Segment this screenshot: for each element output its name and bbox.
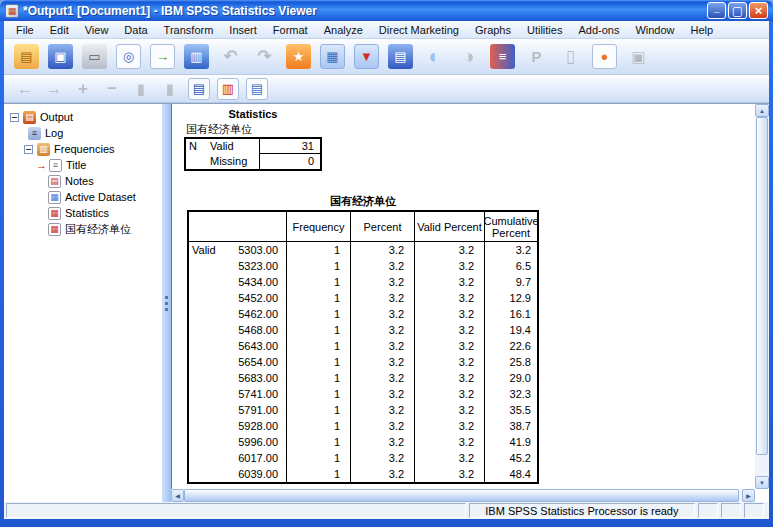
table-row: 5323.00 1 3.2 3.2 6.5 — [189, 258, 537, 274]
open-file-icon[interactable] — [14, 44, 39, 69]
table-row: Missing 0 — [186, 154, 320, 169]
valid-percent-cell: 3.2 — [415, 274, 485, 290]
outline-item-label: Frequencies — [54, 143, 115, 155]
row-group-label — [189, 466, 223, 482]
pivot-icon[interactable] — [524, 44, 549, 69]
percent-cell: 3.2 — [351, 290, 415, 306]
statistics-table[interactable]: N Valid 31 Missing 0 — [184, 137, 322, 171]
frequency-table[interactable]: Frequency Percent Valid Percent Cumulati… — [187, 210, 539, 484]
outline-toolbar — [4, 75, 769, 103]
valid-percent-cell: 3.2 — [415, 258, 485, 274]
menu-item[interactable]: Edit — [42, 23, 77, 37]
pane-splitter[interactable] — [162, 104, 171, 502]
horizontal-scrollbar[interactable] — [171, 489, 755, 502]
goto-case-icon[interactable] — [320, 44, 345, 69]
menu-item[interactable]: Insert — [221, 23, 265, 37]
outline-item-log[interactable]: Log — [28, 125, 162, 141]
valid-percent-cell: 3.2 — [415, 306, 485, 322]
show-hide-output-icon[interactable] — [188, 78, 210, 100]
header-blank-cell — [189, 212, 287, 241]
redo-icon[interactable] — [252, 44, 277, 69]
menu-item[interactable]: Add-ons — [570, 23, 627, 37]
value-cell: 5683.00 — [223, 370, 287, 386]
menu-item[interactable]: Transform — [156, 23, 222, 37]
frequency-cell: 1 — [287, 450, 351, 466]
export-icon[interactable] — [150, 44, 175, 69]
menu-item[interactable]: Window — [627, 23, 682, 37]
menu-item[interactable]: Data — [116, 23, 155, 37]
show-icon[interactable] — [130, 78, 152, 100]
percent-cell: 3.2 — [351, 322, 415, 338]
insert-text-icon[interactable] — [246, 78, 268, 100]
hide-icon[interactable] — [159, 78, 181, 100]
outline-item-output[interactable]: Output — [10, 109, 162, 125]
menu-item[interactable]: Help — [683, 23, 722, 37]
frequency-cell: 1 — [287, 290, 351, 306]
scroll-right-icon[interactable] — [742, 489, 755, 502]
menu-item[interactable]: File — [8, 23, 42, 37]
collapse-expander-icon[interactable] — [10, 113, 19, 122]
print-preview-icon[interactable] — [116, 44, 141, 69]
close-button[interactable] — [749, 2, 768, 19]
stat-group-cell: N — [186, 139, 210, 154]
outline-item-pivot-table[interactable]: 国有经济单位 — [48, 221, 162, 237]
valid-percent-cell: 3.2 — [415, 338, 485, 354]
split-file-icon[interactable] — [490, 44, 515, 69]
menu-item[interactable]: Utilities — [519, 23, 570, 37]
outline-item-statistics[interactable]: Statistics — [48, 205, 162, 221]
goto-variable-icon[interactable] — [354, 44, 379, 69]
print-icon[interactable] — [82, 44, 107, 69]
active-dataset-icon — [48, 191, 61, 204]
output-pane: Statistics 国有经济单位 N Valid 31 Missing 0 国… — [171, 104, 755, 489]
valid-percent-cell: 3.2 — [415, 242, 485, 258]
scroll-left-icon[interactable] — [171, 489, 184, 502]
stat-value-cell: 31 — [260, 139, 320, 154]
minimize-button[interactable] — [707, 2, 726, 19]
goto-data-icon[interactable] — [286, 44, 311, 69]
selected-item-arrow-icon — [36, 159, 47, 171]
variables-icon[interactable] — [388, 44, 413, 69]
promote-icon[interactable] — [14, 78, 36, 100]
outline-item-active-dataset[interactable]: Active Dataset — [48, 189, 162, 205]
edit-output-icon[interactable] — [558, 44, 583, 69]
vertical-scroll-thumb[interactable] — [756, 117, 768, 455]
collapse-expander-icon[interactable] — [24, 145, 33, 154]
row-group-label — [189, 306, 223, 322]
demote-icon[interactable] — [43, 78, 65, 100]
outline-item-notes[interactable]: Notes — [48, 173, 162, 189]
maximize-button[interactable] — [728, 2, 747, 19]
cumulative-percent-cell: 12.9 — [485, 290, 537, 306]
statusbar: IBM SPSS Statistics Processor is ready — [4, 502, 769, 519]
scroll-up-icon[interactable] — [755, 104, 769, 117]
status-cell — [744, 503, 764, 518]
outline-item-title[interactable]: Title — [36, 157, 162, 173]
menu-item[interactable]: Direct Marketing — [371, 23, 467, 37]
menu-item[interactable]: Analyze — [316, 23, 371, 37]
vertical-scrollbar[interactable] — [755, 104, 769, 489]
log-icon — [28, 127, 41, 140]
recall-dialogs-icon[interactable] — [184, 44, 209, 69]
designate-window-icon[interactable] — [626, 44, 651, 69]
menu-item[interactable]: Graphs — [467, 23, 519, 37]
collapse-icon[interactable] — [101, 78, 123, 100]
outline-item-label: Active Dataset — [65, 191, 136, 203]
value-cell: 5791.00 — [223, 402, 287, 418]
export-browser-icon[interactable] — [592, 44, 617, 69]
percent-cell: 3.2 — [351, 370, 415, 386]
scroll-down-icon[interactable] — [755, 476, 769, 489]
cumulative-percent-cell: 3.2 — [485, 242, 537, 258]
weight-cases-icon[interactable] — [456, 44, 481, 69]
table-row: Valid 5303.00 1 3.2 3.2 3.2 — [189, 242, 537, 258]
insert-heading-icon[interactable] — [217, 78, 239, 100]
titlebar[interactable]: *Output1 [Document1] - IBM SPSS Statisti… — [0, 0, 773, 21]
outline-item-label: Title — [66, 159, 86, 171]
select-cases-icon[interactable] — [422, 44, 447, 69]
menu-item[interactable]: Format — [265, 23, 316, 37]
outline-item-label: Output — [40, 111, 73, 123]
outline-item-frequencies[interactable]: Frequencies — [24, 141, 162, 157]
horizontal-scroll-thumb[interactable] — [184, 489, 739, 502]
expand-icon[interactable] — [72, 78, 94, 100]
undo-icon[interactable] — [218, 44, 243, 69]
save-icon[interactable] — [48, 44, 73, 69]
menu-item[interactable]: View — [77, 23, 117, 37]
